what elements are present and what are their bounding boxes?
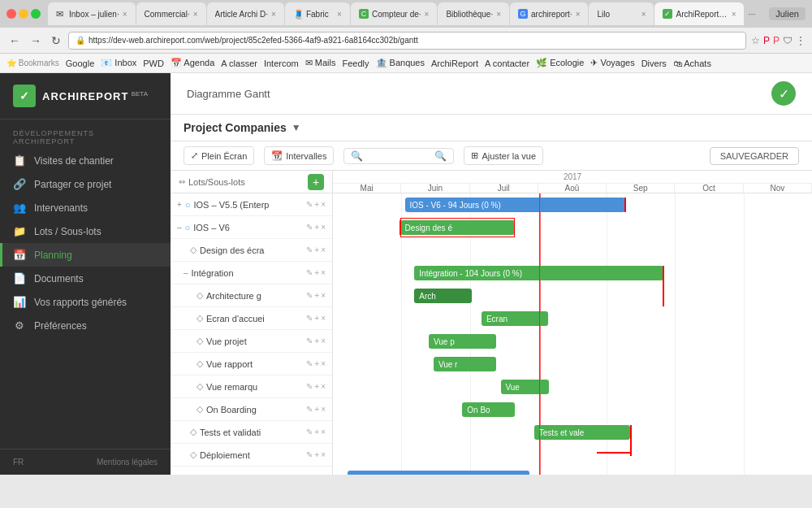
forward-button[interactable]: →	[28, 34, 44, 47]
plus-icon[interactable]: +	[314, 382, 319, 391]
extension-icon[interactable]: 🛡	[783, 35, 793, 46]
delete-icon[interactable]: ×	[321, 405, 326, 414]
bookmark-archireport[interactable]: ArchiReport	[431, 59, 478, 68]
bar-vue-projet[interactable]: Vue p	[429, 334, 496, 349]
sidebar-item-rapports[interactable]: 📊 Vos rapports générés	[0, 290, 171, 314]
bar-ios55[interactable]: IOS - V6 - 94 Jours (0 %)	[405, 198, 625, 212]
bar-ios6[interactable]: Design des é	[400, 220, 516, 235]
plein-ecran-button[interactable]: ⤢ Plein Écran	[184, 146, 254, 165]
tab-close-icon[interactable]: ×	[576, 10, 581, 19]
plus-icon[interactable]: +	[314, 200, 319, 209]
delete-icon[interactable]: ×	[321, 268, 326, 277]
toggle-icon[interactable]: –	[184, 268, 188, 277]
plus-icon[interactable]: +	[314, 473, 319, 475]
bookmark-achats[interactable]: 🛍 Achats	[673, 59, 711, 68]
delete-icon[interactable]: ×	[321, 291, 326, 300]
delete-icon[interactable]: ×	[321, 382, 326, 391]
bookmark-ecologie[interactable]: 🌿 Ecologie	[536, 58, 584, 68]
edit-icon[interactable]: ✎	[306, 336, 313, 345]
bar-vue-rapport[interactable]: Vue r	[434, 357, 496, 371]
delete-icon[interactable]: ×	[321, 428, 326, 436]
search-input[interactable]	[366, 151, 431, 161]
fullscreen-window-btn[interactable]	[31, 9, 41, 19]
tab-fabric[interactable]: 🧵 Fabric ×	[285, 2, 350, 25]
toggle-icon[interactable]: +	[177, 473, 182, 475]
bookmark-feedly[interactable]: Feedly	[342, 59, 369, 68]
toggle-icon[interactable]: –	[177, 223, 182, 232]
edit-icon[interactable]: ✎	[306, 428, 313, 436]
url-bar[interactable]: 🔒 https://dev-web.archireport.com/web/pr…	[68, 32, 746, 50]
delete-icon[interactable]: ×	[321, 314, 326, 323]
tab-inbox[interactable]: ✉ Inbox – julien· ×	[48, 2, 136, 25]
sauvegarder-button[interactable]: SAUVEGARDER	[710, 147, 799, 165]
bookmark-voyages[interactable]: ✈ Voyages	[590, 58, 634, 68]
tab-article[interactable]: Article Archi D· ×	[207, 2, 284, 25]
delete-icon[interactable]: ×	[321, 336, 326, 345]
tab-bibliotheque[interactable]: Bibliothèque· ×	[438, 2, 509, 25]
edit-icon[interactable]: ✎	[306, 405, 313, 414]
search-close-icon[interactable]: 🔍	[434, 150, 447, 162]
bar-onboarding[interactable]: On Bo	[462, 402, 515, 417]
bookmark-mails[interactable]: ✉ Mails	[305, 58, 336, 68]
bar-web55[interactable]: Web V5.5 - 58 Jours (39 %)	[348, 471, 529, 475]
sidebar-item-documents[interactable]: 📄 Documents	[0, 267, 171, 290]
tab-close-icon[interactable]: ×	[337, 10, 342, 19]
delete-icon[interactable]: ×	[321, 200, 326, 209]
delete-icon[interactable]: ×	[321, 223, 326, 232]
plus-icon[interactable]: +	[314, 405, 319, 414]
check-button[interactable]: ✓	[771, 81, 796, 106]
tab-close-icon[interactable]: ×	[496, 10, 501, 19]
minimize-window-btn[interactable]	[19, 9, 28, 19]
delete-icon[interactable]: ×	[321, 473, 326, 475]
back-button[interactable]: ←	[6, 34, 23, 47]
pocket-icon[interactable]: P	[773, 35, 780, 46]
tab-more-button[interactable]: ···	[745, 9, 758, 19]
edit-icon[interactable]: ✎	[306, 200, 313, 209]
plus-icon[interactable]: +	[314, 291, 319, 300]
bookmark-divers[interactable]: Divers	[641, 59, 667, 68]
dropdown-arrow-icon[interactable]: ▼	[292, 122, 301, 133]
delete-icon[interactable]: ×	[321, 245, 326, 254]
edit-icon[interactable]: ✎	[306, 382, 313, 391]
bookmark-google[interactable]: Google	[66, 59, 94, 68]
bookmark-agenda[interactable]: 📅 Agenda	[171, 58, 214, 68]
close-window-btn[interactable]	[6, 9, 16, 19]
tab-close-icon[interactable]: ×	[641, 10, 646, 19]
toggle-icon[interactable]: +	[177, 200, 182, 209]
plus-icon[interactable]: +	[314, 268, 319, 277]
tab-close-icon[interactable]: ×	[271, 10, 276, 19]
sidebar-item-intervenants[interactable]: 👥 Intervenants	[0, 196, 171, 219]
delete-icon[interactable]: ×	[321, 450, 326, 459]
tab-close-icon[interactable]: ×	[193, 10, 198, 19]
bar-architecture[interactable]: Arch	[414, 289, 472, 303]
sidebar-item-partager[interactable]: 🔗 Partager ce projet	[0, 172, 171, 196]
tab-compteur[interactable]: C Compteur de· ×	[351, 2, 437, 25]
bookmark-aclasser[interactable]: A classer	[221, 59, 257, 68]
edit-icon[interactable]: ✎	[306, 291, 313, 300]
sidebar-item-planning[interactable]: 📅 Planning	[0, 243, 171, 267]
edit-icon[interactable]: ✎	[306, 450, 313, 459]
bookmark-intercom[interactable]: Intercom	[264, 59, 299, 68]
edit-icon[interactable]: ✎	[306, 359, 313, 368]
bookmark-pwd[interactable]: PWD	[143, 59, 164, 68]
plus-icon[interactable]: +	[314, 428, 319, 436]
pinterest-icon[interactable]: P	[763, 35, 770, 46]
tab-close-icon[interactable]: ×	[425, 10, 430, 19]
sidebar-item-preferences[interactable]: ⚙ Préférences	[0, 314, 171, 337]
plus-icon[interactable]: +	[314, 245, 319, 254]
sidebar-item-visites[interactable]: 📋 Visites de chantier	[0, 149, 171, 172]
plus-icon[interactable]: +	[314, 223, 319, 232]
ajuster-button[interactable]: ⊞ Ajuster la vue	[464, 146, 543, 165]
tab-archireport-g[interactable]: G archireport· ×	[510, 2, 588, 25]
plus-icon[interactable]: +	[314, 314, 319, 323]
plus-icon[interactable]: +	[314, 336, 319, 345]
sidebar-item-lots[interactable]: 📁 Lots / Sous-lots	[0, 219, 171, 243]
bookmark-inbox[interactable]: 📧 Inbox	[101, 58, 136, 68]
mentions-legales-link[interactable]: Mentions légales	[97, 458, 158, 467]
edit-icon[interactable]: ✎	[306, 314, 313, 323]
refresh-button[interactable]: ↻	[49, 34, 63, 47]
plus-icon[interactable]: +	[314, 359, 319, 368]
bar-vue-remarque[interactable]: Vue	[501, 380, 549, 394]
gantt-search[interactable]: 🔍 🔍	[343, 148, 454, 164]
tab-commercial[interactable]: Commercial· ×	[136, 2, 206, 25]
